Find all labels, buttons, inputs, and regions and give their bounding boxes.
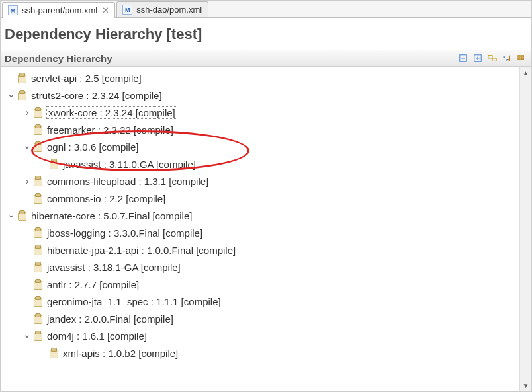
svg-rect-5 [488, 56, 492, 58]
tree-row[interactable]: antlr : 2.7.7 [compile] [3, 276, 519, 293]
jar-icon [32, 262, 42, 272]
expand-all-button[interactable] [472, 52, 484, 64]
dependency-label: xml-apis : 1.0.b2 [compile] [62, 348, 179, 359]
tree-row[interactable]: ⌄hibernate-core : 5.0.7.Final [compile] [3, 207, 519, 224]
dependency-label: dom4j : 1.6.1 [compile] [46, 331, 148, 342]
svg-rect-6 [492, 58, 496, 61]
collapse-icon[interactable]: ⌄ [6, 89, 17, 99]
tree-row[interactable]: commons-io : 2.2 [compile] [3, 190, 519, 207]
sort-button[interactable]: az [501, 52, 513, 64]
dependency-label: javassist : 3.18.1-GA [compile] [46, 262, 181, 273]
jar-icon [32, 141, 42, 152]
maven-file-icon [122, 5, 132, 15]
svg-rect-9 [518, 56, 521, 58]
tree-row[interactable]: jboss-logging : 3.3.0.Final [compile] [3, 224, 519, 241]
tab-ssh-dao-pom[interactable]: ssh-dao/pom.xml [116, 1, 208, 17]
svg-rect-12 [521, 58, 524, 60]
tree-row[interactable]: geronimo-jta_1.1_spec : 1.1.1 [compile] [3, 293, 519, 310]
dependency-label: ognl : 3.0.6 [compile] [46, 141, 139, 153]
tree-row[interactable]: javassist : 3.11.0.GA [compile] [3, 155, 519, 173]
jar-icon [17, 90, 26, 100]
tree-row[interactable]: ⌄ognl : 3.0.6 [compile] [3, 138, 519, 155]
dependency-label: freemarker : 2.3.22 [compile] [46, 124, 174, 136]
jar-icon [48, 159, 58, 169]
dependency-label: commons-io : 2.2 [compile] [46, 193, 166, 204]
editor-tabbar: ssh-parent/pom.xml ✕ ssh-dao/pom.xml [1, 1, 531, 18]
jar-icon [32, 193, 42, 204]
vertical-scrollbar[interactable]: ▲ ▼ [519, 67, 531, 391]
jar-icon [32, 245, 42, 255]
tree-row[interactable]: ›commons-fileupload : 1.3.1 [compile] [3, 173, 519, 190]
jar-icon [17, 210, 26, 221]
jar-icon [17, 73, 26, 83]
tree-row[interactable]: ⌄struts2-core : 2.3.24 [compile] [3, 87, 519, 104]
jar-icon [32, 331, 42, 341]
dependency-label: geronimo-jta_1.1_spec : 1.1.1 [compile] [46, 296, 222, 307]
dependency-label: servlet-api : 2.5 [compile] [30, 73, 142, 84]
collapse-icon[interactable]: ⌄ [22, 140, 32, 151]
filter-button[interactable] [515, 52, 527, 64]
dependency-label: commons-fileupload : 1.3.1 [compile] [46, 176, 209, 187]
tab-label: ssh-dao/pom.xml [136, 5, 202, 15]
jar-icon [32, 227, 42, 238]
tree-row[interactable]: freemarker : 2.3.22 [compile] [3, 121, 519, 138]
jar-icon [32, 124, 42, 135]
collapse-icon[interactable]: ⌄ [22, 329, 32, 340]
tab-ssh-parent-pom[interactable]: ssh-parent/pom.xml ✕ [2, 2, 115, 18]
page-title: Dependency Hierarchy [test] [1, 18, 531, 50]
close-icon[interactable]: ✕ [102, 5, 109, 15]
tree-row[interactable]: jandex : 2.0.0.Final [compile] [3, 310, 519, 327]
dependency-label: hibernate-jpa-2.1-api : 1.0.0.Final [com… [46, 245, 236, 256]
jar-icon [32, 107, 42, 118]
dependency-tree[interactable]: servlet-api : 2.5 [compile]⌄struts2-core… [1, 67, 519, 391]
tree-row[interactable]: ›xwork-core : 2.3.24 [compile] [3, 104, 519, 121]
link-editor-button[interactable] [486, 52, 498, 64]
svg-text:z: z [506, 58, 508, 62]
tree-row[interactable]: ⌄dom4j : 1.6.1 [compile] [3, 327, 519, 344]
tree-row[interactable]: hibernate-jpa-2.1-api : 1.0.0.Final [com… [3, 241, 519, 258]
panel-title: Dependency Hierarchy [5, 53, 112, 64]
dependency-label: jboss-logging : 3.3.0.Final [compile] [46, 227, 203, 239]
dependency-label: xwork-core : 2.3.24 [compile] [46, 106, 177, 119]
tree-container: servlet-api : 2.5 [compile]⌄struts2-core… [1, 67, 531, 391]
svg-rect-11 [521, 56, 524, 58]
jar-icon [32, 296, 42, 307]
scroll-down-arrow[interactable]: ▼ [520, 379, 531, 391]
scroll-up-arrow[interactable]: ▲ [520, 67, 531, 79]
dependency-label: hibernate-core : 5.0.7.Final [compile] [30, 210, 193, 221]
svg-rect-10 [518, 58, 521, 60]
tree-row[interactable]: servlet-api : 2.5 [compile] [3, 69, 519, 87]
jar-icon [32, 176, 42, 186]
maven-file-icon [8, 5, 18, 15]
panel-toolbar: az [457, 52, 527, 64]
dependency-label: jandex : 2.0.0.Final [compile] [46, 313, 174, 325]
jar-icon [48, 348, 58, 358]
dependency-label: javassist : 3.11.0.GA [compile] [62, 159, 197, 170]
jar-icon [32, 313, 42, 324]
tree-row[interactable]: xml-apis : 1.0.b2 [compile] [3, 344, 519, 362]
jar-icon [32, 279, 42, 290]
dependency-label: struts2-core : 2.3.24 [compile] [30, 90, 163, 101]
collapse-icon[interactable]: ⌄ [6, 209, 17, 219]
tab-label: ssh-parent/pom.xml [21, 5, 98, 15]
expand-icon[interactable]: › [22, 107, 32, 118]
expand-icon[interactable]: › [22, 176, 32, 186]
svg-text:a: a [503, 54, 506, 59]
dependency-label: antlr : 2.7.7 [compile] [46, 279, 140, 290]
tree-row[interactable]: javassist : 3.18.1-GA [compile] [3, 258, 519, 276]
panel-header: Dependency Hierarchy az [1, 50, 531, 67]
collapse-all-button[interactable] [457, 52, 469, 64]
